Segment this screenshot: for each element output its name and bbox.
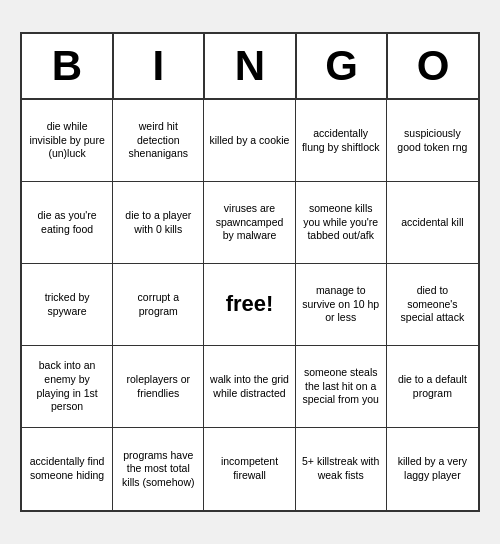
bingo-cell-9[interactable]: accidental kill: [387, 182, 478, 264]
bingo-letter-n: N: [205, 34, 297, 98]
bingo-cell-4[interactable]: suspiciously good token rng: [387, 100, 478, 182]
bingo-cell-1[interactable]: weird hit detection shenanigans: [113, 100, 204, 182]
bingo-cell-20[interactable]: accidentally find someone hiding: [22, 428, 113, 510]
bingo-letter-g: G: [297, 34, 389, 98]
bingo-cell-23[interactable]: 5+ killstreak with weak fists: [296, 428, 387, 510]
bingo-cell-14[interactable]: died to someone's special attack: [387, 264, 478, 346]
bingo-cell-7[interactable]: viruses are spawncamped by malware: [204, 182, 295, 264]
bingo-letter-i: I: [114, 34, 206, 98]
bingo-grid: die while invisible by pure (un)luckweir…: [22, 100, 478, 510]
bingo-cell-3[interactable]: accidentally flung by shiftlock: [296, 100, 387, 182]
bingo-cell-2[interactable]: killed by a cookie: [204, 100, 295, 182]
bingo-cell-22[interactable]: incompetent firewall: [204, 428, 295, 510]
bingo-cell-21[interactable]: programs have the most total kills (some…: [113, 428, 204, 510]
bingo-cell-5[interactable]: die as you're eating food: [22, 182, 113, 264]
bingo-cell-12[interactable]: free!: [204, 264, 295, 346]
bingo-cell-16[interactable]: roleplayers or friendlies: [113, 346, 204, 428]
bingo-cell-11[interactable]: corrupt a program: [113, 264, 204, 346]
bingo-card: BINGO die while invisible by pure (un)lu…: [20, 32, 480, 512]
bingo-cell-24[interactable]: killed by a very laggy player: [387, 428, 478, 510]
bingo-header: BINGO: [22, 34, 478, 100]
bingo-cell-15[interactable]: back into an enemy by playing in 1st per…: [22, 346, 113, 428]
bingo-cell-13[interactable]: manage to survive on 10 hp or less: [296, 264, 387, 346]
bingo-cell-19[interactable]: die to a default program: [387, 346, 478, 428]
bingo-cell-10[interactable]: tricked by spyware: [22, 264, 113, 346]
bingo-cell-17[interactable]: walk into the grid while distracted: [204, 346, 295, 428]
bingo-cell-0[interactable]: die while invisible by pure (un)luck: [22, 100, 113, 182]
bingo-cell-6[interactable]: die to a player with 0 kills: [113, 182, 204, 264]
bingo-cell-18[interactable]: someone steals the last hit on a special…: [296, 346, 387, 428]
bingo-cell-8[interactable]: someone kills you while you're tabbed ou…: [296, 182, 387, 264]
bingo-letter-o: O: [388, 34, 478, 98]
bingo-letter-b: B: [22, 34, 114, 98]
